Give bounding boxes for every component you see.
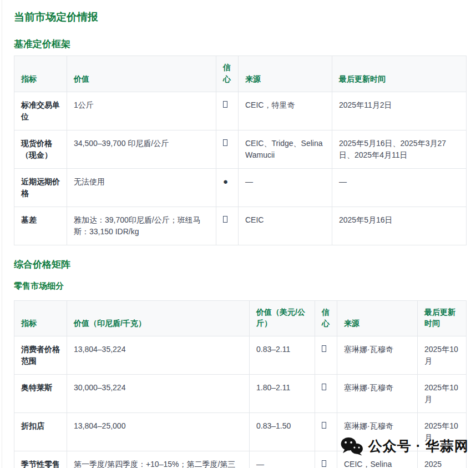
table-row: 消费者价格范围 13,804–35,224 0.83–2.11 塞琳娜·瓦穆奇 … [14,336,467,375]
table-header-row: 指标 价值 信心 来源 最后更新时间 [14,56,467,92]
benchmark-table: 指标 价值 信心 来源 最后更新时间 标准交易单位 1公斤 CEIC，特里奇 2… [14,56,467,245]
confidence-glyph-icon [322,460,326,467]
confidence-glyph-icon [223,216,227,223]
confidence-glyph-icon [322,384,326,390]
indicator-cell: 折扣店 [14,413,67,451]
value-cell: 1公斤 [67,92,216,130]
table-row: 近期远期价格 无法使用 ● — — [14,168,467,207]
confidence-cell [216,207,239,245]
table-row: 标准交易单位 1公斤 CEIC，特里奇 2025年11月2日 [14,92,467,130]
value-usd-cell: 1.80–2.11 [250,375,315,413]
header-value: 价值 [67,56,216,92]
source-cell: 塞琳娜·瓦穆奇 [337,375,418,413]
confidence-cell [315,375,337,413]
indicator-cell: 近期远期价格 [14,168,67,207]
wechat-watermark: 公众号 · 华蒜网 [340,436,469,456]
value-cell: 无法使用 [67,168,216,207]
updated-cell: 2025年11月2日 [332,92,467,130]
header-confidence: 信心 [216,56,239,92]
indicator-cell: 现货价格（现金） [14,130,67,168]
header-source: 来源 [239,56,332,92]
section-heading-matrix: 综合价格矩阵 [14,258,466,271]
value-idr-cell: 第一季度/第四季度：+10–15%；第二季度/第三季度：-5–10% [67,451,250,468]
indicator-cell: 标准交易单位 [14,92,67,130]
value-cell: 雅加达：39,700印尼盾/公斤；班纽马斯：33,150 IDR/kg [67,207,216,245]
confidence-glyph-icon [322,345,326,352]
confidence-dot-icon: ● [223,177,228,186]
updated-cell: 2025年5月16日、2025年3月27日、2025年4月11日 [332,130,467,168]
header-source: 来源 [337,300,418,336]
value-idr-cell: 30,000–35,224 [67,375,250,413]
page-title: 当前市场定价情报 [14,10,466,25]
confidence-glyph-icon [223,101,227,108]
table-row: 基差 雅加达：39,700印尼盾/公斤；班纽马斯：33,150 IDR/kg C… [14,207,467,245]
header-value-usd: 价值（美元/公斤） [250,300,315,336]
watermark-text: 公众号 · 华蒜网 [368,437,469,455]
value-usd-cell: 0.83–2.11 [250,336,315,375]
table-row: 现货价格（现金） 34,500–39,700 印尼盾/公斤 CEIC、Tridg… [14,130,467,168]
updated-cell: 2025年10月 [418,375,467,413]
indicator-cell: 消费者价格范围 [14,336,67,375]
article-content: 当前市场定价情报 基准定价框架 指标 价值 信心 来源 最后更新时间 标准交易单… [0,0,476,468]
confidence-cell [315,451,337,468]
indicator-cell: 奥特莱斯 [14,375,67,413]
header-updated: 最后更新时间 [332,56,467,92]
value-cell: 34,500–39,700 印尼盾/公斤 [67,130,216,168]
subheading-retail-segment: 零售市场细分 [14,280,466,291]
value-usd-cell: — [250,451,315,468]
value-idr-cell: 13,804–35,224 [67,336,250,375]
confidence-cell [315,413,337,451]
indicator-cell: 基差 [14,207,67,245]
confidence-glyph-icon [223,139,227,146]
source-cell: CEIC，特里奇 [239,92,332,130]
value-usd-cell: 0.83–1.50 [250,413,315,451]
confidence-cell [216,130,239,168]
table-header-row: 指标 价值（印尼盾/千克） 价值（美元/公斤） 信心 来源 最后更新时间 [14,300,467,336]
header-indicator: 指标 [14,56,67,92]
indicator-cell: 季节性零售模式 [14,451,67,468]
source-cell: 塞琳娜·瓦穆奇 [337,336,418,375]
table-row: 奥特莱斯 30,000–35,224 1.80–2.11 塞琳娜·瓦穆奇 202… [14,375,467,413]
confidence-cell: ● [216,168,239,207]
section-heading-benchmark: 基准定价框架 [14,38,466,51]
confidence-cell [315,336,337,375]
confidence-cell [216,92,239,130]
source-cell: CEIC [239,207,332,245]
updated-cell: 2025年5月16日 [332,207,467,245]
value-idr-cell: 13,804–25,000 [67,413,250,451]
page-left-divider [2,0,2,468]
source-cell: CEIC、Tridge、Selina Wamucii [239,130,332,168]
header-confidence: 信心 [315,300,337,336]
header-indicator: 指标 [14,300,67,336]
header-value-idr: 价值（印尼盾/千克） [67,300,250,336]
confidence-glyph-icon [322,422,326,429]
header-updated: 最后更新时间 [418,300,467,336]
source-cell: — [239,168,332,207]
wechat-icon [340,436,363,456]
updated-cell: — [332,168,467,207]
updated-cell: 2025年10月 [418,336,467,375]
